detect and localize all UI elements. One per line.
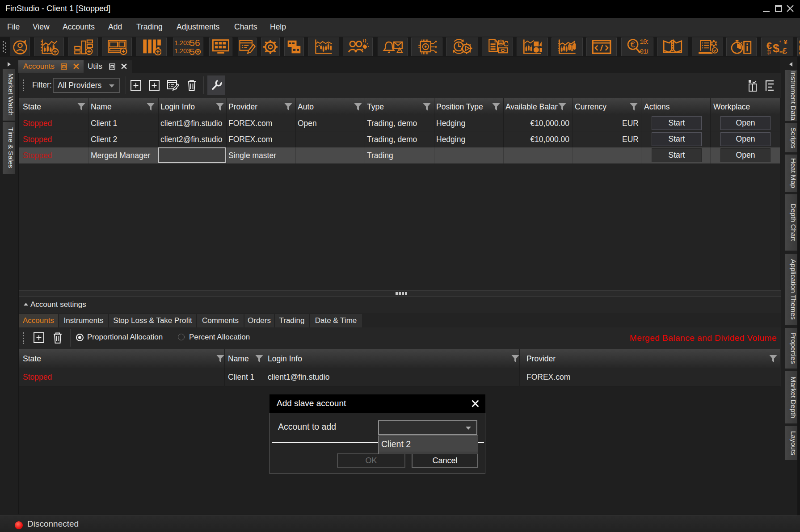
svg-text:¥: ¥ [783,38,787,46]
svg-text:101: 101 [640,38,648,46]
svg-text:$: $ [773,42,779,55]
svg-text:010: 010 [640,48,648,55]
svg-text:◐: ◐ [779,39,781,43]
svg-text:£: £ [783,46,787,55]
svg-text:₿: ₿ [767,50,771,56]
svg-text:1.203: 1.203 [174,47,190,54]
svg-text:1.203: 1.203 [174,39,190,46]
svg-text:5: 5 [189,46,195,57]
svg-text:€: € [631,40,635,49]
